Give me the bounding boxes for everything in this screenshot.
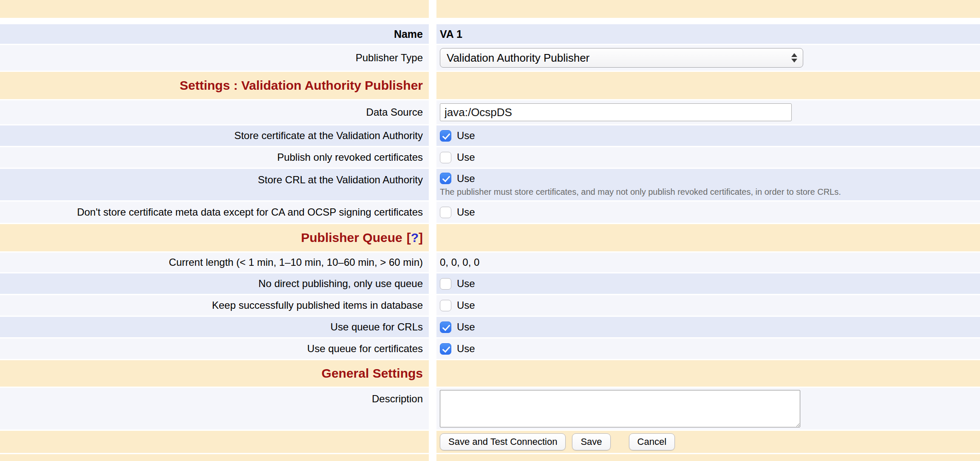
publisher-queue-title: Publisher Queue: [301, 230, 402, 245]
dont-store-meta-checkbox[interactable]: [440, 207, 451, 218]
top-band-left: [0, 0, 429, 18]
arrow-up-icon: [791, 53, 797, 57]
buttons-row-left: [0, 431, 429, 453]
publish-only-revoked-label: Publish only revoked certificates: [0, 147, 429, 168]
use-label: Use: [457, 151, 475, 163]
use-label: Use: [457, 299, 475, 311]
select-stepper-icon: [791, 53, 797, 63]
name-value: VA 1: [436, 24, 980, 44]
data-source-row: Data Source: [0, 100, 980, 124]
save-button[interactable]: Save: [572, 433, 610, 450]
arrow-down-icon: [791, 59, 797, 63]
settings-section-title: Settings : Validation Authority Publishe…: [0, 72, 429, 99]
use-queue-certificates-row: Use queue for certificates Use: [0, 339, 980, 359]
use-queue-certificates-checkbox[interactable]: [440, 343, 451, 355]
cancel-button[interactable]: Cancel: [629, 433, 675, 450]
store-crl-row: Store CRL at the Validation Authority Us…: [0, 169, 980, 200]
current-length-row: Current length (< 1 min, 1–10 min, 10–60…: [0, 253, 980, 272]
edit-publisher-page: Name VA 1 Publisher Type Validation Auth…: [0, 0, 980, 461]
use-label: Use: [457, 206, 475, 218]
name-row: Name VA 1: [0, 24, 980, 44]
use-label: Use: [457, 321, 475, 333]
publisher-type-selected-value: Validation Authority Publisher: [447, 51, 589, 65]
data-source-label: Data Source: [0, 100, 429, 124]
publisher-type-row: Publisher Type Validation Authority Publ…: [0, 45, 980, 71]
publish-only-revoked-checkbox[interactable]: [440, 152, 451, 163]
top-band: [0, 0, 980, 18]
description-row: Description: [0, 388, 980, 430]
use-label: Use: [457, 130, 475, 142]
buttons-row: Save and Test Connection Save Cancel: [0, 431, 980, 453]
use-queue-crls-checkbox[interactable]: [440, 322, 451, 333]
name-label: Name: [0, 24, 429, 44]
publisher-queue-help-link[interactable]: ?: [411, 230, 419, 245]
store-crl-checkbox[interactable]: [440, 173, 451, 184]
top-spacer: [0, 19, 980, 24]
keep-published-checkbox[interactable]: [440, 300, 451, 311]
use-queue-crls-label: Use queue for CRLs: [0, 317, 429, 337]
keep-published-label: Keep successfully published items in dat…: [0, 295, 429, 316]
general-settings-header-right: [436, 360, 980, 387]
store-certificate-label: Store certificate at the Validation Auth…: [0, 125, 429, 146]
use-label: Use: [457, 278, 475, 290]
dont-store-meta-row: Don't store certificate meta data except…: [0, 202, 980, 223]
use-queue-crls-row: Use queue for CRLs Use: [0, 317, 980, 337]
save-and-test-connection-button[interactable]: Save and Test Connection: [440, 433, 566, 450]
help-bracket-open: [: [407, 230, 411, 245]
current-length-label: Current length (< 1 min, 1–10 min, 10–60…: [0, 253, 429, 272]
store-certificate-checkbox[interactable]: [440, 130, 451, 142]
keep-published-row: Keep successfully published items in dat…: [0, 295, 980, 316]
bottom-band-right: [436, 454, 980, 461]
publish-only-revoked-row: Publish only revoked certificates Use: [0, 147, 980, 168]
current-length-value: 0, 0, 0, 0: [436, 253, 980, 272]
store-crl-label: Store CRL at the Validation Authority: [0, 169, 429, 200]
bottom-band-left: [0, 454, 429, 461]
description-label: Description: [0, 388, 429, 430]
dont-store-meta-label: Don't store certificate meta data except…: [0, 202, 429, 223]
no-direct-publishing-checkbox[interactable]: [440, 278, 451, 290]
bottom-band: [0, 454, 980, 461]
description-textarea[interactable]: [440, 390, 800, 427]
top-band-right: [436, 0, 980, 18]
publisher-queue-header-right: [436, 224, 980, 251]
publisher-type-label: Publisher Type: [0, 45, 429, 71]
store-crl-note: The publisher must store certificates, a…: [440, 187, 841, 197]
settings-section-header-right: [436, 72, 980, 99]
publisher-queue-header-row: Publisher Queue [ ? ]: [0, 224, 980, 251]
settings-section-header-row: Settings : Validation Authority Publishe…: [0, 72, 980, 99]
no-direct-publishing-row: No direct publishing, only use queue Use: [0, 273, 980, 294]
no-direct-publishing-label: No direct publishing, only use queue: [0, 273, 429, 294]
general-settings-header-row: General Settings: [0, 360, 980, 387]
store-certificate-row: Store certificate at the Validation Auth…: [0, 125, 980, 146]
publisher-type-select[interactable]: Validation Authority Publisher: [440, 48, 803, 68]
general-settings-title: General Settings: [0, 360, 429, 387]
data-source-input[interactable]: [440, 103, 792, 121]
use-label: Use: [457, 343, 475, 355]
use-label: Use: [457, 173, 475, 185]
help-bracket-close: ]: [419, 230, 423, 245]
use-queue-certificates-label: Use queue for certificates: [0, 339, 429, 359]
